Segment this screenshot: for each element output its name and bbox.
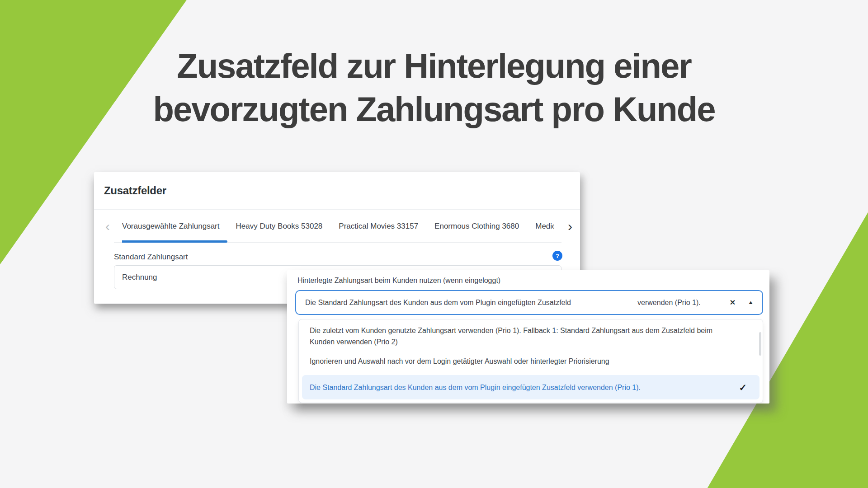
option-zuletzt-genutzte[interactable]: Die zuletzt vom Kunden genutzte Zahlungs…	[299, 325, 763, 347]
tab-enormous-clothing[interactable]: Enormous Clothing 3680	[434, 210, 519, 243]
card-header: Zusatzfelder	[94, 172, 580, 210]
tabs-scroll-right-icon[interactable]: ›	[568, 210, 572, 243]
checkmark-icon: ✓	[739, 382, 747, 393]
standard-zahlungsart-label: Standard Zahlungsart	[114, 251, 188, 263]
tabs-scroll-left-icon[interactable]: ‹	[105, 210, 110, 243]
listbox-scrollbar[interactable]	[759, 332, 761, 356]
selected-option-text: Die Standard Zahlungsart des Kunden aus …	[310, 382, 739, 393]
slide-title-line2: bevorzugten Zahlungsart pro Kunde	[0, 88, 868, 131]
tab-practical-movies[interactable]: Practical Movies 33157	[339, 210, 418, 243]
zahlungsart-select[interactable]: Die Standard Zahlungsart des Kunden aus …	[295, 290, 763, 315]
select-value-part2: verwenden (Prio 1).	[637, 299, 701, 307]
slide-title-line1: Zusatzfeld zur Hinterlegung einer	[0, 44, 868, 88]
zahlungsart-dropdown-panel: Hinterlegte Zahlungsart beim Kunden nutz…	[287, 270, 769, 404]
chevron-up-icon[interactable]: ▲	[748, 300, 754, 305]
option-standard-zahlungsart-selected[interactable]: Die Standard Zahlungsart des Kunden aus …	[302, 375, 760, 399]
select-value-part1: Die Standard Zahlungsart des Kunden aus …	[305, 299, 571, 307]
help-info-icon[interactable]: ?	[552, 251, 562, 261]
slide-title: Zusatzfeld zur Hinterlegung einer bevorz…	[0, 44, 868, 131]
tab-medic[interactable]: Medic	[535, 210, 554, 243]
card-heading: Zusatzfelder	[104, 184, 166, 197]
hinterlegte-zahlungsart-label: Hinterlegte Zahlungsart beim Kunden nutz…	[297, 275, 500, 286]
clear-selection-icon[interactable]: ✕	[730, 299, 736, 306]
tab-heavy-duty-books[interactable]: Heavy Duty Books 53028	[236, 210, 322, 243]
tab-vorausgewaehlte-zahlungsart[interactable]: Vorausgewählte Zahlungsart	[122, 210, 219, 243]
slide-background: Zusatzfeld zur Hinterlegung einer bevorz…	[0, 0, 868, 488]
zahlungsart-options-list: Die zuletzt vom Kunden genutzte Zahlungs…	[298, 319, 763, 403]
tabs-bar: ‹ Vorausgewählte Zahlungsart Heavy Duty …	[94, 210, 580, 243]
option-ignorieren[interactable]: Ignorieren und Auswahl nach vor dem Logi…	[299, 356, 763, 367]
tabs: Vorausgewählte Zahlungsart Heavy Duty Bo…	[122, 210, 554, 243]
